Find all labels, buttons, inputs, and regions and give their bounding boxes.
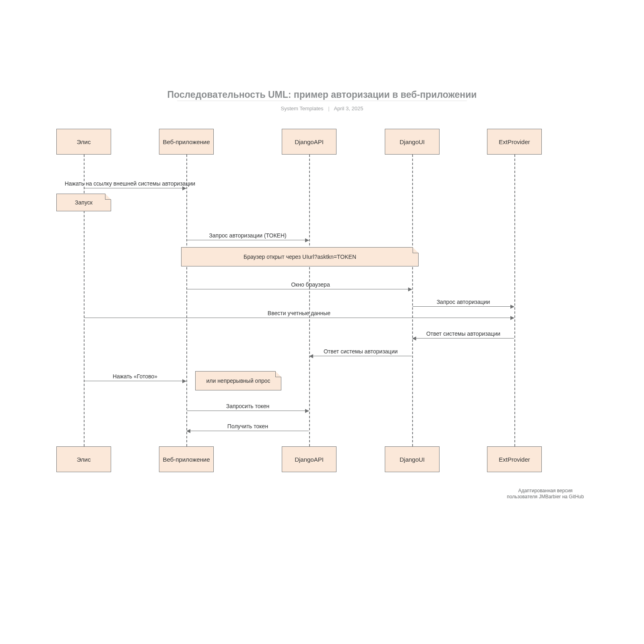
meta-date: April 3, 2025 [334, 105, 363, 111]
actor-bottom-djangoapi: DjangoAPI [282, 446, 336, 472]
note-text: или непрерывный опрос [206, 378, 270, 384]
arrow-left-icon [412, 336, 416, 341]
actor-bottom-extprovider: ExtProvider [487, 446, 542, 472]
msg-enter-credentials: Ввести учетные данные [84, 318, 514, 318]
msg-label: Получить токен [227, 423, 268, 429]
arrow-right-icon [408, 287, 412, 291]
lifeline-djangoapi [309, 155, 310, 446]
credit-line-1: Адаптированная версия [493, 488, 598, 494]
arrow-right-icon [510, 316, 514, 320]
arrow-left-icon [309, 354, 313, 358]
msg-label: Нажать на ссылку внешней системы авториз… [65, 180, 195, 187]
msg-receive-token: Получить токен [187, 431, 309, 431]
msg-label: Запрос авторизации (ТОКЕН) [209, 232, 286, 239]
lifeline-extprovider [514, 155, 515, 446]
meta-author: System Templates [281, 105, 324, 111]
msg-label: Ответ системы авторизации [426, 330, 500, 337]
msg-browser-window: Окно браузера [187, 289, 412, 289]
note-text: Браузер открыт через UIurl?asktkn=TOKEN [244, 254, 356, 260]
actor-top-alice: Элис [56, 129, 111, 155]
msg-label: Запросить токен [226, 403, 270, 409]
msg-auth-request-ext: Запрос авторизации [413, 306, 514, 307]
arrow-right-icon [305, 238, 309, 242]
note-fold-icon [413, 248, 418, 253]
actor-top-djangoapi: DjangoAPI [282, 129, 336, 155]
arrow-right-icon [305, 409, 309, 413]
msg-request-token: Запросить токен [187, 411, 309, 411]
note-fold-icon [275, 372, 281, 377]
title-rule [177, 101, 467, 101]
note-fold-icon [105, 194, 111, 200]
actor-bottom-djangoui: DjangoUI [385, 446, 440, 472]
arrow-right-icon [182, 186, 186, 190]
msg-label: Окно браузера [291, 281, 330, 288]
note-text: Запуск [75, 199, 93, 206]
note-or-polling: или непрерывный опрос [195, 371, 281, 390]
page-title: Последовательность UML: пример авторизац… [0, 89, 644, 100]
meta-separator: | [328, 105, 329, 111]
arrow-left-icon [186, 429, 190, 433]
msg-label: Ввести учетные данные [268, 310, 330, 316]
msg-auth-request-token: Запрос авторизации (ТОКЕН) [187, 240, 309, 240]
lifeline-djangoui [412, 155, 413, 446]
arrow-right-icon [510, 305, 514, 309]
msg-auth-response-api: Ответ системы авторизации [310, 356, 412, 356]
note-launch: Запуск [56, 194, 111, 211]
actor-top-djangoui: DjangoUI [385, 129, 440, 155]
msg-press-done: Нажать «Готово» [84, 381, 186, 381]
credit-text: Адаптированная версия пользователя JMBar… [493, 488, 598, 500]
msg-label: Ответ системы авторизации [324, 348, 398, 355]
msg-label: Запрос авторизации [437, 299, 490, 305]
lifeline-webapp [186, 155, 187, 446]
actor-bottom-webapp: Веб-приложение [159, 446, 214, 472]
actor-top-webapp: Веб-приложение [159, 129, 214, 155]
msg-auth-response-ext: Ответ системы авторизации [413, 338, 514, 339]
page-meta: System Templates | April 3, 2025 [0, 105, 644, 111]
msg-label: Нажать «Готово» [113, 373, 157, 380]
credit-line-2: пользователя JMBarbier на GitHub [493, 494, 598, 500]
actor-bottom-alice: Элис [56, 446, 111, 472]
msg-click-auth-link: Нажать на ссылку внешней системы авториз… [84, 188, 186, 188]
arrow-right-icon [182, 379, 186, 383]
note-browser-open: Браузер открыт через UIurl?asktkn=TOKEN [181, 247, 419, 266]
diagram-canvas: Последовательность UML: пример авторизац… [0, 0, 644, 644]
actor-top-extprovider: ExtProvider [487, 129, 542, 155]
